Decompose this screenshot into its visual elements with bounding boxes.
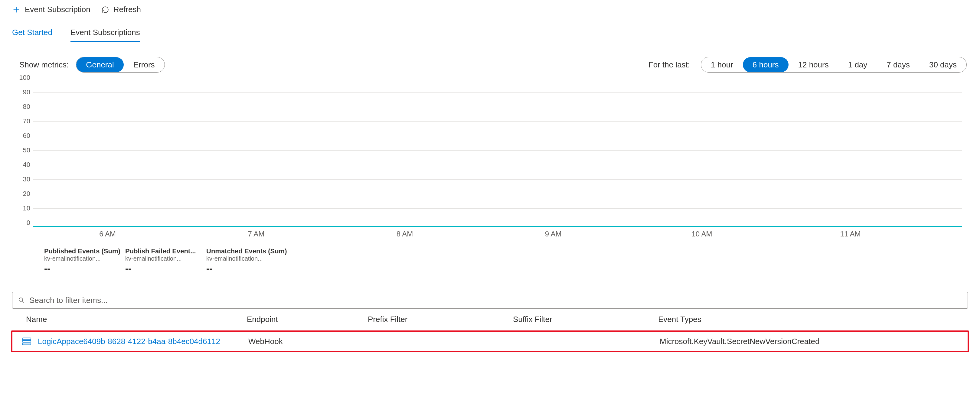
svg-rect-3 xyxy=(22,343,31,345)
col-types[interactable]: Event Types xyxy=(658,309,888,330)
grid-line xyxy=(33,150,962,151)
grid-row: 30 xyxy=(33,175,962,183)
x-tick-label: 9 AM xyxy=(545,230,562,238)
add-event-subscription-label: Event Subscription xyxy=(25,5,91,14)
y-tick-label: 50 xyxy=(18,146,33,154)
x-tick-label: 7 AM xyxy=(248,230,264,238)
x-tick-label: 8 AM xyxy=(396,230,413,238)
grid-row: 70 xyxy=(33,117,962,125)
range-1-day[interactable]: 1 day xyxy=(838,57,877,72)
metrics-option-errors[interactable]: Errors xyxy=(124,57,165,72)
y-tick-label: 70 xyxy=(18,117,33,125)
legend-series-value: -- xyxy=(125,263,196,274)
metrics-chart: 0102030405060708090100 6 AM7 AM8 AM9 AM1… xyxy=(18,82,962,274)
legend-item[interactable]: Published Events (Sum)kv-emailnotificati… xyxy=(40,247,113,274)
grid-row: 60 xyxy=(33,132,962,140)
y-tick-label: 30 xyxy=(18,175,33,183)
y-tick-label: 0 xyxy=(18,219,33,227)
legend-series-value: -- xyxy=(206,263,287,274)
svg-rect-2 xyxy=(22,340,31,342)
legend-series-resource: kv-emailnotification... xyxy=(44,255,120,262)
cell-types: Microsoft.KeyVault.SecretNewVersionCreat… xyxy=(660,337,889,346)
plus-icon xyxy=(12,5,21,14)
legend-item[interactable]: Unmatched Events (Sum)kv-emailnotificati… xyxy=(202,247,275,274)
time-range-toggle: 1 hour 6 hours 12 hours 1 day 7 days 30 … xyxy=(701,57,967,73)
range-7-days[interactable]: 7 days xyxy=(877,57,920,72)
search-icon xyxy=(18,297,25,304)
subscription-name-link[interactable]: LogicAppace6409b-8628-4122-b4aa-8b4ec04d… xyxy=(38,337,220,346)
y-tick-label: 60 xyxy=(18,132,33,140)
y-tick-label: 20 xyxy=(18,190,33,198)
grid-line xyxy=(33,208,962,209)
show-metrics-label: Show metrics: xyxy=(19,60,68,70)
for-the-last-label: For the last: xyxy=(649,60,690,70)
search-input[interactable] xyxy=(29,296,962,305)
y-tick-label: 90 xyxy=(18,88,33,96)
range-12-hours[interactable]: 12 hours xyxy=(789,57,838,72)
range-6-hours[interactable]: 6 hours xyxy=(743,57,789,72)
col-name[interactable]: Name xyxy=(17,309,247,330)
refresh-label: Refresh xyxy=(113,5,141,14)
refresh-button[interactable]: Refresh xyxy=(101,5,141,14)
x-tick-label: 10 AM xyxy=(692,230,712,238)
grid-row: 50 xyxy=(33,146,962,154)
tab-event-subscriptions[interactable]: Event Subscriptions xyxy=(70,28,140,42)
table-row[interactable]: LogicAppace6409b-8628-4122-b4aa-8b4ec04d… xyxy=(11,330,969,352)
legend-series-resource: kv-emailnotification... xyxy=(206,255,287,262)
subscriptions-table: Name Endpoint Prefix Filter Suffix Filte… xyxy=(11,309,969,352)
grid-row: 40 xyxy=(33,161,962,169)
grid-line xyxy=(33,78,962,78)
range-1-hour[interactable]: 1 hour xyxy=(701,57,743,72)
legend-series-name: Unmatched Events (Sum) xyxy=(206,247,287,255)
x-tick-label: 11 AM xyxy=(840,230,861,238)
legend-series-resource: kv-emailnotification... xyxy=(125,255,196,262)
tab-get-started[interactable]: Get Started xyxy=(12,28,52,42)
grid-row: 90 xyxy=(33,88,962,96)
legend-series-value: -- xyxy=(44,263,120,274)
svg-point-0 xyxy=(19,298,23,302)
table-header: Name Endpoint Prefix Filter Suffix Filte… xyxy=(11,309,969,330)
grid-row: 100 xyxy=(33,74,962,82)
grid-line xyxy=(33,165,962,165)
svg-rect-1 xyxy=(22,338,31,340)
range-30-days[interactable]: 30 days xyxy=(920,57,966,72)
grid-line xyxy=(33,223,962,223)
y-tick-label: 80 xyxy=(18,103,33,111)
col-suffix[interactable]: Suffix Filter xyxy=(513,309,658,330)
grid-row: 0 xyxy=(33,219,962,227)
legend-series-name: Published Events (Sum) xyxy=(44,247,120,255)
metrics-option-general[interactable]: General xyxy=(76,57,124,72)
command-bar: Event Subscription Refresh xyxy=(0,0,980,19)
y-tick-label: 10 xyxy=(18,205,33,212)
grid-line xyxy=(33,121,962,122)
refresh-icon xyxy=(101,6,109,14)
event-grid-icon xyxy=(21,336,32,346)
col-endpoint[interactable]: Endpoint xyxy=(247,309,368,330)
tabs: Get Started Event Subscriptions xyxy=(0,19,980,42)
grid-row: 80 xyxy=(33,103,962,111)
add-event-subscription-button[interactable]: Event Subscription xyxy=(12,5,91,14)
chart-legend: Published Events (Sum)kv-emailnotificati… xyxy=(18,242,962,274)
metrics-toggle: General Errors xyxy=(76,57,165,73)
y-tick-label: 40 xyxy=(18,161,33,169)
legend-item[interactable]: Publish Failed Event...kv-emailnotificat… xyxy=(121,247,194,274)
grid-row: 20 xyxy=(33,190,962,198)
cell-endpoint: WebHook xyxy=(248,337,369,346)
legend-series-name: Publish Failed Event... xyxy=(125,247,196,255)
col-prefix[interactable]: Prefix Filter xyxy=(368,309,513,330)
y-tick-label: 100 xyxy=(18,74,33,82)
grid-line xyxy=(33,136,962,136)
search-box[interactable] xyxy=(12,292,968,309)
grid-row: 10 xyxy=(33,205,962,212)
x-tick-label: 6 AM xyxy=(99,230,116,238)
